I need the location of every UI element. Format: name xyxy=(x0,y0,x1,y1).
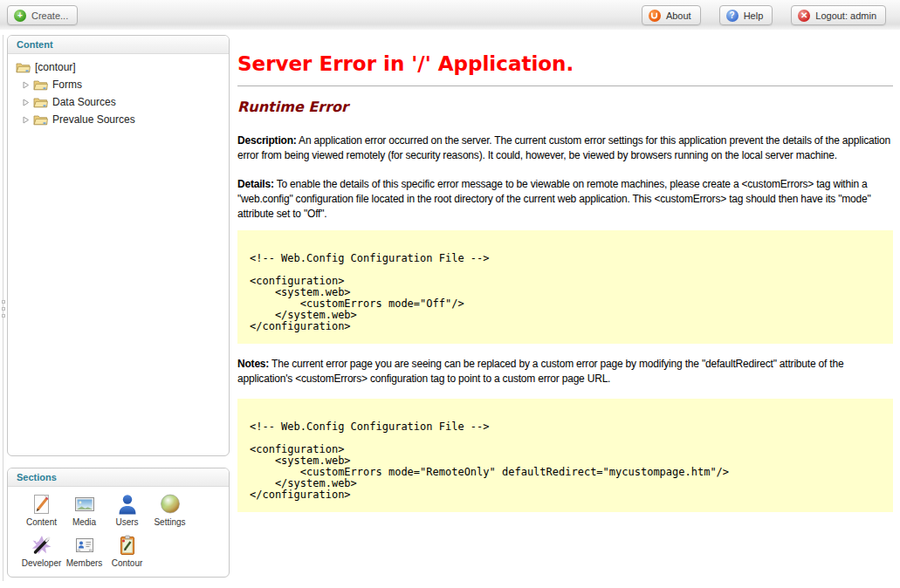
logout-button-label: Logout: admin xyxy=(815,10,876,21)
tree-item-forms[interactable]: Forms xyxy=(8,76,229,93)
description-text: An application error occurred on the ser… xyxy=(237,134,890,161)
section-item-label: Content xyxy=(26,517,57,527)
section-item-label: Members xyxy=(66,558,103,568)
folder-icon xyxy=(16,61,31,73)
topbar-right-group: About ? Help ✕ Logout: admin xyxy=(642,5,886,25)
logout-x-icon: ✕ xyxy=(798,10,810,22)
notes-label: Notes: xyxy=(237,358,269,370)
expander-icon[interactable] xyxy=(23,81,33,89)
sections-panel-title: Sections xyxy=(8,468,229,487)
section-item-label: Settings xyxy=(154,517,185,527)
content-tree: [contour] Forms Data Sources xyxy=(8,54,229,128)
error-page-title: Server Error in '/' Application. xyxy=(237,51,893,77)
about-button[interactable]: About xyxy=(642,5,701,25)
folder-icon xyxy=(33,79,49,91)
section-item-media[interactable]: Media xyxy=(63,492,106,533)
content-icon xyxy=(30,492,54,516)
logout-button[interactable]: ✕ Logout: admin xyxy=(791,5,886,25)
splitter-grip-icon[interactable] xyxy=(0,300,6,318)
tree-item-label: Prevalue Sources xyxy=(52,113,135,126)
description-label: Description: xyxy=(237,134,297,147)
sections-panel: Sections Content Media Users Settings xyxy=(7,468,230,578)
main-content: Server Error in '/' Application. Runtime… xyxy=(237,35,893,512)
contour-icon xyxy=(115,533,140,557)
section-item-members[interactable]: Members xyxy=(63,533,106,574)
members-icon xyxy=(72,533,97,557)
description-paragraph: Description: An application error occurr… xyxy=(237,133,893,163)
details-text: To enable the details of this specific e… xyxy=(237,178,871,220)
developer-icon xyxy=(30,533,54,557)
help-button-label: Help xyxy=(744,10,764,21)
create-button[interactable]: + Create... xyxy=(7,5,78,25)
tree-item-prevalue-sources[interactable]: Prevalue Sources xyxy=(8,111,229,128)
create-plus-icon: + xyxy=(14,10,26,22)
help-button[interactable]: ? Help xyxy=(719,5,773,25)
webconfig-code-block-remoteonly: <!-- Web.Config Configuration File --> <… xyxy=(237,399,893,512)
tree-item-label: Forms xyxy=(52,79,82,91)
tree-item-contour[interactable]: [contour] xyxy=(8,58,229,76)
details-label: Details: xyxy=(237,178,274,190)
folder-icon xyxy=(33,96,49,108)
error-page-subtitle: Runtime Error xyxy=(237,99,893,116)
webconfig-code-block-off: <!-- Web.Config Configuration File --> <… xyxy=(237,230,893,344)
section-item-label: Contour xyxy=(112,558,143,568)
tree-item-label: [contour] xyxy=(35,61,76,73)
content-panel-title: Content xyxy=(8,36,229,54)
about-button-label: About xyxy=(666,10,691,21)
settings-icon xyxy=(158,492,182,516)
users-icon xyxy=(115,492,140,516)
notes-text: The current error page you are seeing ca… xyxy=(237,358,843,385)
create-button-label: Create... xyxy=(31,10,68,21)
section-item-label: Users xyxy=(115,517,138,527)
sections-grid: Content Media Users Settings Developer xyxy=(8,487,206,574)
tree-item-label: Data Sources xyxy=(52,96,116,108)
title-divider xyxy=(237,85,893,86)
section-item-developer[interactable]: Developer xyxy=(20,533,63,574)
expander-icon[interactable] xyxy=(23,116,33,124)
umbraco-logo-icon xyxy=(649,10,661,22)
section-item-settings[interactable]: Settings xyxy=(148,492,191,533)
section-item-content[interactable]: Content xyxy=(20,492,63,533)
top-toolbar: + Create... About ? Help ✕ Logout: admin xyxy=(0,0,900,30)
help-question-icon: ? xyxy=(726,10,739,22)
content-tree-panel: Content [contour] Forms Data Sources xyxy=(7,35,230,456)
folder-icon xyxy=(33,113,49,126)
section-item-label: Developer xyxy=(22,558,62,568)
section-item-users[interactable]: Users xyxy=(106,492,148,533)
expander-icon[interactable] xyxy=(23,99,33,106)
section-item-label: Media xyxy=(72,517,96,527)
tree-item-data-sources[interactable]: Data Sources xyxy=(8,93,229,111)
section-item-contour[interactable]: Contour xyxy=(106,533,148,574)
details-paragraph: Details: To enable the details of this s… xyxy=(237,177,893,222)
notes-paragraph: Notes: The current error page you are se… xyxy=(237,357,893,386)
media-icon xyxy=(72,492,97,516)
